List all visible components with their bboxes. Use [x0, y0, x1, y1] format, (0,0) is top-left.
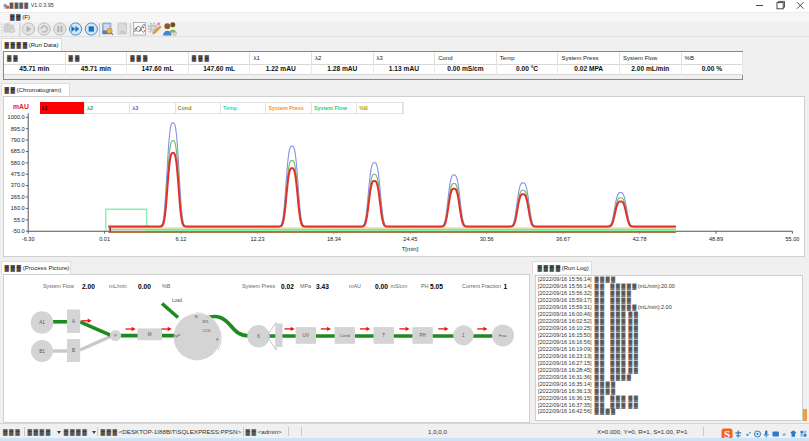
svg-text:W1: W1 [202, 319, 209, 324]
svg-text:42.78: 42.78 [633, 236, 647, 242]
svg-text:1: 1 [462, 333, 465, 338]
svg-text:-50.0: -50.0 [12, 228, 25, 234]
svg-text:E: E [195, 314, 198, 319]
svg-text:B: B [72, 348, 75, 353]
svg-text:895.0: 895.0 [11, 126, 25, 132]
svg-text:UV: UV [303, 333, 310, 338]
svg-text:48.89: 48.89 [709, 236, 723, 242]
svg-text:265.0: 265.0 [11, 194, 25, 200]
svg-text:F: F [216, 337, 219, 342]
svg-text:6.12: 6.12 [176, 236, 187, 242]
svg-text:COL: COL [203, 328, 212, 333]
svg-text:T[min]: T[min] [402, 246, 419, 252]
svg-text:685.0: 685.0 [11, 148, 25, 154]
svg-text:12.23: 12.23 [251, 236, 265, 242]
svg-text:30.56: 30.56 [480, 236, 494, 242]
svg-text:24.45: 24.45 [403, 236, 417, 242]
svg-text:580.0: 580.0 [11, 160, 25, 166]
svg-text:6: 6 [257, 334, 260, 339]
svg-text:18.34: 18.34 [327, 236, 341, 242]
svg-text:160.0: 160.0 [11, 205, 25, 211]
svg-text:Frac: Frac [499, 333, 507, 338]
svg-text:475.0: 475.0 [11, 171, 25, 177]
svg-text:370.0: 370.0 [11, 182, 25, 188]
svg-text:PH: PH [419, 333, 425, 338]
svg-text:M: M [148, 332, 152, 337]
svg-text:790.0: 790.0 [11, 137, 25, 143]
svg-text:T: T [382, 333, 385, 338]
svg-text:A1: A1 [39, 320, 45, 325]
svg-text:0.01: 0.01 [99, 236, 110, 242]
svg-text:Cond: Cond [340, 333, 351, 338]
svg-text:B1: B1 [39, 349, 45, 354]
svg-text:-6.30: -6.30 [22, 236, 35, 242]
svg-text:55.00: 55.00 [785, 236, 799, 242]
svg-text:36.67: 36.67 [556, 236, 570, 242]
svg-text:SyP: SyP [173, 333, 181, 338]
svg-text:P: P [114, 334, 117, 338]
svg-text:1000.0: 1000.0 [8, 114, 25, 120]
svg-text:Load: Load [172, 298, 183, 303]
svg-text:55.0: 55.0 [14, 217, 25, 223]
